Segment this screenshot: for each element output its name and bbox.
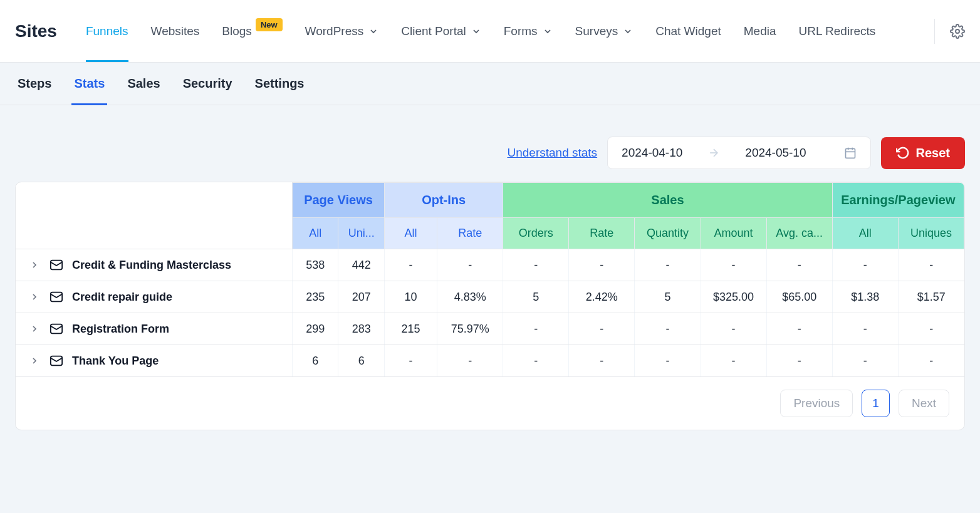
chevron-down-icon [471, 26, 481, 36]
cell-oi_rate: - [437, 249, 503, 281]
expand-icon[interactable] [28, 259, 41, 271]
mail-icon [50, 322, 63, 336]
cell-s_rate: - [569, 249, 635, 281]
header-ep-all[interactable]: All [832, 218, 898, 249]
nav-label: WordPress [305, 24, 364, 38]
cell-ep_uni: - [898, 313, 964, 345]
header-oi-all[interactable]: All [385, 218, 437, 249]
page-number[interactable]: 1 [862, 390, 890, 417]
nav-forms[interactable]: Forms [493, 0, 564, 62]
brand-title: Sites [15, 21, 57, 41]
header-earnings: Earnings/Pageview [832, 183, 964, 218]
row-name-label: Registration Form [72, 323, 169, 336]
cell-amount: - [701, 249, 766, 281]
mail-icon [50, 290, 63, 304]
nav-label: Chat Widget [655, 24, 721, 38]
header-oi-rate[interactable]: Rate [437, 218, 503, 249]
header-opt-ins: Opt-Ins [385, 183, 503, 218]
cell-s_rate: 2.42% [569, 281, 635, 313]
header-sales-rate[interactable]: Rate [569, 218, 635, 249]
cell-avg: - [766, 345, 832, 377]
nav-label: Websites [151, 24, 200, 38]
header-sales: Sales [503, 183, 833, 218]
previous-button[interactable]: Previous [780, 390, 853, 417]
expand-icon[interactable] [28, 323, 41, 335]
cell-s_rate: - [569, 345, 635, 377]
reset-button[interactable]: Reset [881, 137, 965, 169]
gear-icon [950, 24, 965, 39]
nav-label: Client Portal [401, 24, 466, 38]
cell-pv_all: 6 [292, 345, 338, 377]
tab-sales[interactable]: Sales [125, 63, 162, 105]
cell-amount: - [701, 313, 766, 345]
date-end: 2024-05-10 [745, 146, 806, 160]
cell-pv_uni: 442 [338, 249, 385, 281]
nav-wordpress[interactable]: WordPress [294, 0, 390, 62]
nav-funnels[interactable]: Funnels [75, 0, 140, 62]
cell-avg: - [766, 313, 832, 345]
controls-row: Understand stats 2024-04-10 2024-05-10 R… [0, 105, 980, 182]
tab-steps[interactable]: Steps [15, 63, 54, 105]
expand-icon[interactable] [28, 355, 41, 367]
tab-stats[interactable]: Stats [71, 63, 107, 105]
refresh-icon [896, 146, 910, 160]
cell-ep_uni: - [898, 345, 964, 377]
tab-security[interactable]: Security [180, 63, 235, 105]
row-name-label: Thank You Page [72, 355, 159, 368]
cell-qty: 5 [635, 281, 701, 313]
nav-label: Funnels [86, 24, 128, 38]
nav-websites[interactable]: Websites [140, 0, 211, 62]
cell-orders: - [503, 249, 569, 281]
cell-oi_all: - [385, 345, 437, 377]
expand-icon[interactable] [28, 291, 41, 303]
cell-orders: - [503, 345, 569, 377]
new-badge: New [256, 18, 283, 31]
cell-ep_uni: $1.57 [898, 281, 964, 313]
svg-rect-2 [845, 148, 855, 158]
nav-client-portal[interactable]: Client Portal [390, 0, 493, 62]
settings-gear-button[interactable] [934, 19, 965, 44]
nav-label: Forms [504, 24, 538, 38]
understand-stats-link[interactable]: Understand stats [507, 146, 597, 160]
header-amount[interactable]: Amount [701, 218, 766, 249]
cell-pv_all: 299 [292, 313, 338, 345]
nav-url-redirects[interactable]: URL Redirects [788, 0, 887, 62]
cell-pv_uni: 207 [338, 281, 385, 313]
cell-qty: - [635, 249, 701, 281]
cell-pv_uni: 6 [338, 345, 385, 377]
next-button[interactable]: Next [899, 390, 949, 417]
cell-oi_all: - [385, 249, 437, 281]
nav-surveys[interactable]: Surveys [564, 0, 645, 62]
arrow-right-icon [707, 147, 720, 159]
header-ep-uniques[interactable]: Uniques [898, 218, 964, 249]
cell-amount: - [701, 345, 766, 377]
table-row: Credit & Funding Masterclass538442------… [16, 249, 964, 281]
cell-oi_rate: 4.83% [437, 281, 503, 313]
header-quantity[interactable]: Quantity [635, 218, 701, 249]
table-row: Registration Form29928321575.97%------- [16, 313, 964, 345]
chevron-down-icon [623, 26, 633, 36]
date-start: 2024-04-10 [622, 146, 682, 160]
chevron-down-icon [543, 26, 553, 36]
cell-ep_all: - [832, 249, 898, 281]
mail-icon [50, 354, 63, 368]
cell-oi_rate: 75.97% [437, 313, 503, 345]
sub-tabs: StepsStatsSalesSecuritySettings [0, 63, 980, 105]
cell-ep_uni: - [898, 249, 964, 281]
date-range-picker[interactable]: 2024-04-10 2024-05-10 [607, 137, 870, 169]
cell-oi_rate: - [437, 345, 503, 377]
cell-ep_all: $1.38 [832, 281, 898, 313]
nav-blogs[interactable]: BlogsNew [211, 0, 293, 62]
top-nav: Sites FunnelsWebsitesBlogsNewWordPressCl… [0, 0, 980, 63]
pagination: Previous 1 Next [16, 377, 964, 430]
cell-pv_all: 538 [292, 249, 338, 281]
header-avg-cart[interactable]: Avg. ca... [766, 218, 832, 249]
header-pv-all[interactable]: All [292, 218, 338, 249]
header-pv-uniques[interactable]: Uni... [338, 218, 385, 249]
reset-label: Reset [916, 146, 950, 160]
nav-chat-widget[interactable]: Chat Widget [644, 0, 732, 62]
tab-settings[interactable]: Settings [253, 63, 307, 105]
stats-table: Page Views Opt-Ins Sales Earnings/Pagevi… [15, 182, 965, 430]
nav-media[interactable]: Media [732, 0, 788, 62]
header-orders[interactable]: Orders [503, 218, 569, 249]
